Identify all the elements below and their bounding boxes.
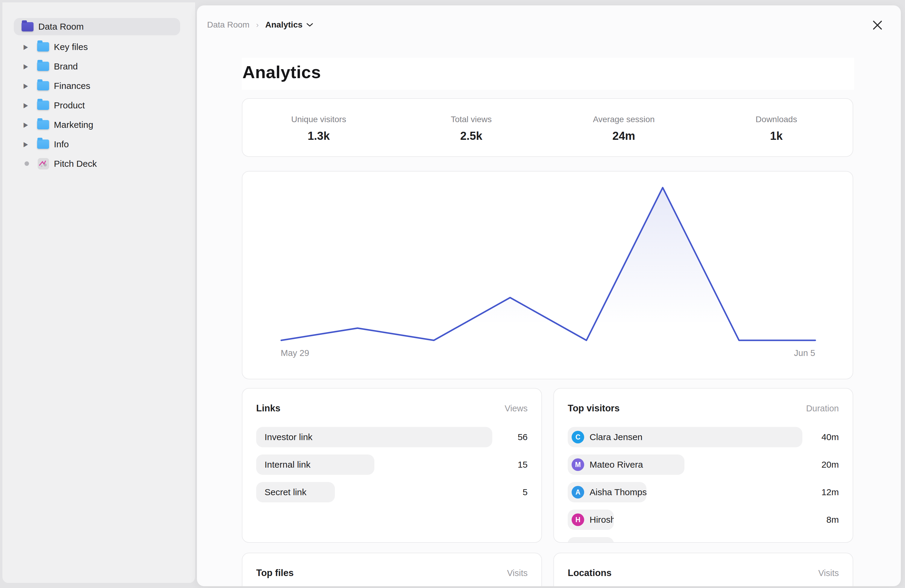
- x-axis-tick-start: May 29: [281, 348, 309, 358]
- visitor-clara-jensen[interactable]: C Clara Jensen: [568, 427, 802, 447]
- chevron-right-icon: ▶: [24, 43, 28, 50]
- avatar: A: [572, 486, 584, 499]
- close-button[interactable]: [871, 19, 884, 32]
- line-chart: [243, 172, 853, 379]
- stat-average-session: Average session 24m: [548, 113, 700, 143]
- top-files-card: Top files Visits: [242, 553, 542, 586]
- folder-icon: [37, 100, 49, 110]
- breadcrumb-analytics-dropdown[interactable]: Analytics: [265, 20, 313, 30]
- chart-line: [281, 188, 815, 340]
- close-icon: [872, 19, 883, 31]
- sidebar-item-marketing[interactable]: ▶ Marketing: [2, 115, 195, 134]
- link-secret[interactable]: Secret link: [256, 482, 335, 502]
- dot-icon: [25, 161, 29, 166]
- sidebar-tree: ▶ Key files ▶ Brand ▶ Finances ▶ Product…: [2, 37, 195, 173]
- links-views-column: Views: [505, 404, 528, 413]
- visitors-title: Top visitors: [568, 403, 619, 414]
- link-label: Internal link: [265, 459, 310, 470]
- top-visitors-card: Top visitors Duration C Clara Jensen 40m…: [553, 388, 853, 543]
- folder-icon: [37, 120, 49, 129]
- visitor-row-mateo-rivera: M Mateo Rivera 20m: [568, 455, 839, 475]
- visitor-name: Mateo Rivera: [589, 459, 643, 470]
- sidebar-item-pitch-deck[interactable]: Pitch Deck: [2, 154, 195, 173]
- files-title: Top files: [256, 567, 294, 578]
- visitor-row-aisha-thompson: A Aisha Thompson 12m: [568, 482, 839, 502]
- visitor-clipped[interactable]: [568, 537, 614, 543]
- stat-value: 1k: [700, 130, 853, 143]
- chevron-down-icon: [306, 23, 313, 27]
- visitors-rows: C Clara Jensen 40m M Mateo Rivera 20m A …: [568, 427, 839, 543]
- stat-unique-visitors: Unique visitors 1.3k: [243, 113, 395, 143]
- visitor-row-clara-jensen: C Clara Jensen 40m: [568, 427, 839, 447]
- visitor-name: Hiroshi Tanaka: [589, 515, 614, 525]
- breadcrumb: Data Room › Analytics: [197, 20, 313, 30]
- visitor-duration-value: 8m: [826, 515, 839, 525]
- visitor-row-hiroshi-tanaka: H Hiroshi Tanaka 8m: [568, 510, 839, 530]
- stat-downloads: Downloads 1k: [700, 113, 853, 143]
- chevron-right-icon: ▶: [24, 121, 28, 128]
- folder-icon: [37, 81, 49, 91]
- sidebar-item-label: Key files: [49, 42, 88, 52]
- sidebar-item-label: Marketing: [49, 120, 94, 130]
- stat-label: Downloads: [700, 114, 853, 124]
- link-row-internal: Internal link 15: [256, 455, 528, 475]
- visitors-header: Top visitors Duration: [568, 403, 839, 414]
- visitor-aisha-thompson[interactable]: A Aisha Thompson: [568, 482, 646, 502]
- link-investor[interactable]: Investor link: [256, 427, 492, 447]
- locations-card: Locations Visits: [553, 553, 853, 586]
- visitor-duration-value: 12m: [821, 487, 839, 497]
- link-row-investor: Investor link 56: [256, 427, 528, 447]
- visitor-duration-value: 40m: [821, 432, 839, 442]
- sidebar-item-key-files[interactable]: ▶ Key files: [2, 37, 195, 57]
- sidebar-item-brand[interactable]: ▶ Brand: [2, 57, 195, 76]
- link-row-secret: Secret link 5: [256, 482, 528, 502]
- x-axis-tick-end: Jun 5: [794, 348, 815, 358]
- folder-icon: [37, 42, 49, 51]
- main-panel: Data Room › Analytics Analytics Unique v…: [197, 5, 901, 586]
- link-label: Secret link: [265, 487, 306, 497]
- link-internal[interactable]: Internal link: [256, 455, 375, 475]
- sidebar-item-label: Finances: [49, 81, 90, 91]
- avatar: H: [572, 513, 584, 526]
- folder-icon-data-room: [22, 22, 33, 32]
- locations-title: Locations: [568, 567, 611, 578]
- visitor-mateo-rivera[interactable]: M Mateo Rivera: [568, 455, 684, 475]
- sidebar-item-label: Data Room: [33, 22, 84, 32]
- stat-value: 2.5k: [395, 130, 548, 143]
- stat-total-views: Total views 2.5k: [395, 113, 548, 143]
- page-title: Analytics: [242, 58, 854, 82]
- stat-label: Total views: [395, 114, 548, 124]
- links-header: Links Views: [256, 403, 528, 414]
- link-label: Investor link: [265, 432, 313, 442]
- sidebar-item-finances[interactable]: ▶ Finances: [2, 76, 195, 95]
- sidebar-item-label: Brand: [49, 61, 78, 72]
- sidebar-item-data-room[interactable]: Data Room: [14, 18, 180, 35]
- stat-label: Average session: [548, 114, 700, 124]
- link-views-value: 56: [518, 432, 528, 442]
- stat-value: 24m: [548, 130, 700, 143]
- title-band: Analytics: [242, 58, 854, 90]
- links-card: Links Views Investor link 56 Internal li…: [242, 388, 542, 543]
- link-views-value: 15: [518, 459, 528, 470]
- sidebar-item-info[interactable]: ▶ Info: [2, 134, 195, 154]
- visitors-duration-column: Duration: [806, 404, 839, 413]
- avatar: M: [572, 458, 584, 471]
- pitch-deck-thumbnail-icon: [38, 158, 49, 170]
- visitor-name: Clara Jensen: [589, 432, 643, 442]
- sidebar-item-label: Info: [49, 139, 69, 149]
- visitor-hiroshi-tanaka[interactable]: H Hiroshi Tanaka: [568, 510, 614, 530]
- link-views-value: 5: [522, 487, 528, 497]
- sidebar-item-product[interactable]: ▶ Product: [2, 95, 195, 115]
- chevron-right-icon: ▶: [24, 141, 28, 147]
- locations-header: Locations Visits: [568, 567, 839, 578]
- files-visits-column: Visits: [507, 568, 528, 578]
- chevron-right-icon: ▶: [24, 63, 28, 70]
- avatar: C: [572, 431, 584, 443]
- breadcrumb-data-room[interactable]: Data Room: [207, 20, 249, 30]
- files-header: Top files Visits: [256, 567, 528, 578]
- topbar: Data Room › Analytics: [197, 5, 901, 44]
- stat-value: 1.3k: [243, 130, 395, 143]
- visitor-row-clipped: [568, 537, 839, 543]
- links-rows: Investor link 56 Internal link 15 Secret…: [256, 427, 528, 502]
- folder-icon: [37, 62, 49, 71]
